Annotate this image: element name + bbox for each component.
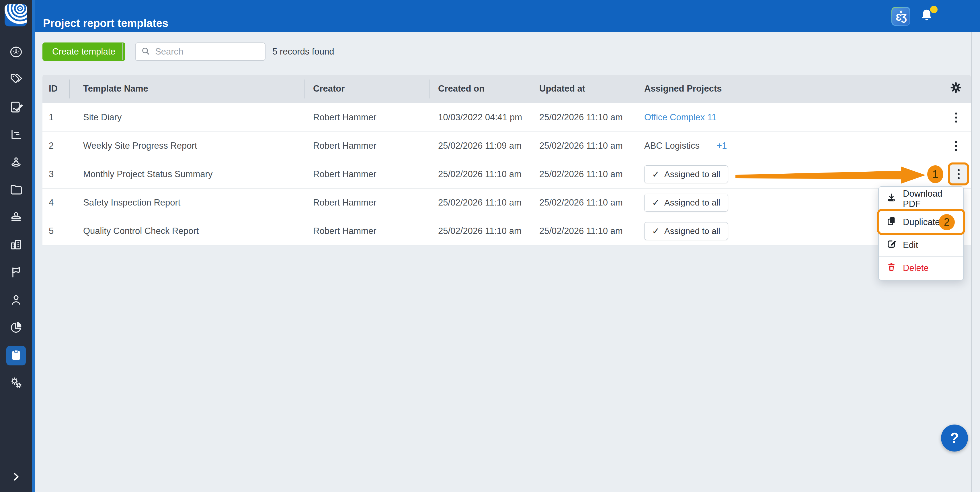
sidebar-item-statistics[interactable] bbox=[6, 318, 26, 338]
cell-updated-at: 25/02/2026 11:10 am bbox=[531, 198, 636, 208]
table-row-4: 4Safety Inspection ReportRobert Hammer25… bbox=[43, 188, 971, 217]
column-header-creator[interactable]: Creator bbox=[304, 75, 430, 103]
cell-assigned-projects: ✓Assigned to all bbox=[636, 222, 841, 240]
records-count: 5 records found bbox=[272, 43, 334, 61]
assigned-to-all-button[interactable]: ✓Assigned to all bbox=[644, 222, 728, 240]
sidebar-item-templates-clipboard[interactable] bbox=[6, 346, 26, 366]
highlighted-row-actions-button[interactable] bbox=[948, 163, 969, 185]
cell-updated-at: 25/02/2026 11:10 am bbox=[531, 112, 636, 123]
templates-table: IDTemplate NameCreatorCreated onUpdated … bbox=[43, 75, 971, 245]
create-template-button[interactable]: Create template bbox=[43, 43, 125, 61]
cell-updated-at: 25/02/2026 11:10 am bbox=[531, 226, 636, 236]
column-header-id[interactable]: ID bbox=[43, 75, 69, 103]
check-icon: ✓ bbox=[652, 225, 660, 236]
sidebar-item-projects-folder[interactable] bbox=[6, 181, 26, 200]
search-box bbox=[135, 43, 266, 61]
scrollbar-track bbox=[971, 32, 972, 492]
duplicate-icon bbox=[886, 216, 897, 228]
sidebar-item-site-diary[interactable] bbox=[6, 98, 26, 117]
cell-creator: Robert Hammer bbox=[304, 198, 430, 208]
assigned-project-link[interactable]: Office Complex 11 bbox=[644, 112, 716, 123]
cell-creator: Robert Hammer bbox=[304, 169, 430, 179]
sidebar-item-tags[interactable] bbox=[6, 70, 26, 90]
menu-item-edit[interactable]: Edit bbox=[879, 233, 963, 256]
assigned-project-name: ABC Logistics bbox=[644, 141, 700, 151]
menu-item-label: Download PDF bbox=[903, 188, 956, 209]
flag-icon bbox=[9, 265, 23, 280]
tags-icon bbox=[9, 73, 23, 88]
cell-id: 3 bbox=[43, 169, 69, 179]
sidebar-item-settings-gears[interactable] bbox=[6, 374, 26, 393]
check-icon: ✓ bbox=[652, 197, 660, 208]
assigned-to-all-button[interactable]: ✓Assigned to all bbox=[644, 194, 728, 212]
download-icon bbox=[886, 193, 897, 205]
cell-template-name: Weekly Site Progress Report bbox=[69, 141, 304, 151]
cell-assigned-projects: ✓Assigned to all bbox=[636, 165, 841, 183]
sidebar-item-users[interactable] bbox=[6, 291, 26, 310]
column-header-template-name[interactable]: Template Name bbox=[69, 75, 304, 103]
statistics-icon bbox=[9, 321, 23, 335]
menu-item-duplicate[interactable]: Duplicate2 bbox=[879, 211, 963, 233]
cell-creator: Robert Hammer bbox=[304, 226, 430, 236]
row-actions-kebab-button[interactable] bbox=[950, 137, 962, 155]
help-button[interactable]: ? bbox=[941, 425, 968, 452]
presence-icon bbox=[9, 155, 23, 170]
sidebar-item-companies[interactable] bbox=[6, 236, 26, 255]
table-row-2: 2Weekly Site Progress ReportRobert Hamme… bbox=[43, 132, 971, 160]
table-row-1: 1Site DiaryRobert Hammer10/03/2022 04:41… bbox=[43, 103, 971, 132]
kebab-menu-icon bbox=[952, 169, 965, 179]
chevron-right-icon bbox=[10, 471, 22, 484]
stamp-icon bbox=[9, 211, 23, 225]
sidebar bbox=[0, 0, 32, 492]
cell-template-name: Quality Control Check Report bbox=[69, 226, 304, 236]
cell-updated-at: 25/02/2026 11:10 am bbox=[531, 169, 636, 179]
menu-item-download-pdf[interactable]: Download PDF bbox=[879, 187, 963, 211]
cell-updated-at: 25/02/2026 11:10 am bbox=[531, 141, 636, 151]
cell-creator: Robert Hammer bbox=[304, 112, 430, 123]
cell-creator: Robert Hammer bbox=[304, 141, 430, 151]
row-actions-kebab-button[interactable] bbox=[950, 108, 962, 126]
cell-created-on: 25/02/2026 11:10 am bbox=[430, 226, 531, 236]
page-title: Project report templates bbox=[43, 7, 168, 39]
column-settings-button[interactable] bbox=[950, 80, 962, 97]
cell-template-name: Safety Inspection Report bbox=[69, 198, 304, 208]
cell-created-on: 25/02/2026 11:10 am bbox=[430, 169, 531, 179]
tutorial-step-badge-2: 2 bbox=[939, 214, 955, 230]
companies-icon bbox=[9, 238, 23, 253]
sidebar-item-reports[interactable] bbox=[6, 125, 26, 145]
cell-id: 1 bbox=[43, 112, 69, 123]
cell-assigned-projects: ABC Logistics+1 bbox=[636, 141, 841, 151]
menu-item-label: Edit bbox=[903, 240, 918, 250]
site-diary-icon bbox=[9, 100, 23, 115]
column-header-created-on[interactable]: Created on bbox=[430, 75, 531, 103]
cell-created-on: 10/03/2022 04:41 pm bbox=[430, 112, 531, 123]
top-header: Project report templates bbox=[35, 0, 980, 32]
cell-assigned-projects: Office Complex 11 bbox=[636, 112, 841, 123]
notification-badge bbox=[930, 6, 937, 13]
cell-id: 5 bbox=[43, 226, 69, 236]
sidebar-item-flag[interactable] bbox=[6, 263, 26, 283]
settings-gears-icon bbox=[9, 376, 23, 391]
column-header-assigned-projects[interactable]: Assigned Projects bbox=[636, 75, 841, 103]
cell-id: 2 bbox=[43, 141, 69, 151]
users-icon bbox=[9, 293, 23, 308]
sidebar-item-stamp[interactable] bbox=[6, 208, 26, 228]
cell-created-on: 25/02/2026 11:09 am bbox=[430, 141, 531, 151]
dashboard-icon bbox=[9, 45, 23, 60]
assigned-more-link[interactable]: +1 bbox=[717, 141, 727, 151]
sidebar-collapse-button[interactable] bbox=[6, 468, 26, 487]
menu-item-delete[interactable]: Delete bbox=[879, 256, 963, 279]
app-switcher-button[interactable]: ƐƷ × bbox=[891, 7, 910, 26]
templates-clipboard-icon bbox=[9, 348, 23, 363]
assigned-to-all-button[interactable]: ✓Assigned to all bbox=[644, 165, 728, 183]
cell-template-name: Monthly Project Status Summary bbox=[69, 169, 304, 179]
sidebar-item-presence[interactable] bbox=[6, 153, 26, 173]
sidebar-item-dashboard[interactable] bbox=[6, 43, 26, 62]
cell-template-name: Site Diary bbox=[69, 112, 304, 123]
column-header-updated-at[interactable]: Updated at bbox=[531, 75, 636, 103]
check-icon: ✓ bbox=[652, 169, 660, 180]
cell-id: 4 bbox=[43, 198, 69, 208]
company-logo[interactable] bbox=[5, 4, 27, 26]
trash-icon bbox=[886, 262, 897, 275]
search-input[interactable] bbox=[154, 46, 260, 57]
